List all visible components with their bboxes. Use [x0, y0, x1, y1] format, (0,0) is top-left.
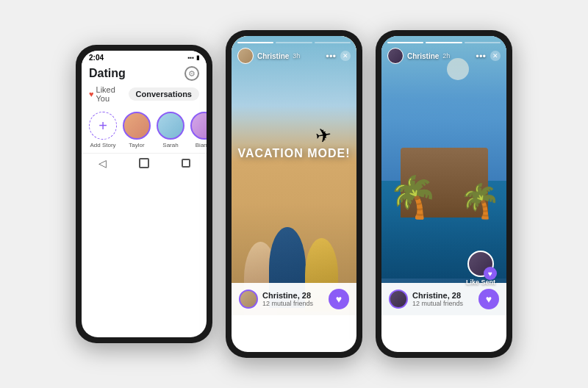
heart-icon: ♥ [89, 90, 94, 98]
bianca-label: Bianca [196, 142, 207, 148]
palm-right: 🌴 [459, 184, 501, 218]
prog-3 [465, 42, 501, 43]
close-button-3[interactable]: ✕ [490, 51, 501, 61]
more-icon-3[interactable]: ••• [476, 51, 486, 62]
gear-icon[interactable]: ⚙ [184, 66, 199, 81]
photo-overlay-2 [232, 36, 356, 315]
phone-3: 🌴 🌴 Christine 2h [376, 30, 512, 358]
story-bianca[interactable]: Bianca [190, 112, 207, 148]
bottom-mutual-3: 12 mutual friends [412, 300, 463, 307]
story-add[interactable]: + Add Story [89, 112, 117, 148]
status-bar-1: 2:04 ▪▪▪ ▮ [82, 51, 207, 63]
phone-nav-1: ◁ [82, 153, 207, 172]
bottom-info-2: Christine, 28 12 mutual friends [262, 291, 313, 307]
more-icon-2[interactable]: ••• [326, 51, 336, 62]
story-taylor[interactable]: Taylor [123, 112, 151, 148]
palm-left: 🌴 [388, 177, 439, 218]
phone-2: Christine 3h ••• ✕ VACATION MODE! ✈ Chr [226, 30, 362, 358]
sarah-label: Sarah [162, 142, 178, 148]
bottom-name-2: Christine, 28 [262, 291, 313, 300]
bottom-user-2: Christine, 28 12 mutual friends [239, 290, 313, 309]
signal-icon: ▪▪▪ [187, 54, 194, 61]
home-button[interactable] [138, 157, 150, 169]
back-button[interactable]: ◁ [96, 157, 108, 169]
story-username-2: Christine [257, 52, 289, 60]
beach-photo [232, 36, 356, 315]
add-story-label: Add Story [90, 142, 115, 148]
tab-liked-you[interactable]: ♥ Liked You [89, 85, 123, 103]
story-user-left-3: Christine 2h [387, 48, 450, 64]
progress-3 [315, 42, 351, 43]
vacation-text: VACATION MODE! [238, 147, 351, 160]
progress-1 [237, 42, 273, 43]
story-header-2: Christine 3h ••• ✕ [232, 36, 356, 67]
phone-1: 2:04 ▪▪▪ ▮ Dating ⚙ ♥ Liked You Conversa… [76, 45, 212, 343]
bottom-mutual-2: 12 mutual friends [262, 300, 313, 307]
add-story-button[interactable]: + [89, 112, 117, 140]
story-user-row-2: Christine 3h ••• ✕ [237, 48, 351, 64]
bottom-avatar-2 [239, 290, 258, 309]
tab-conversations[interactable]: Conversations [129, 87, 199, 101]
status-icons-1: ▪▪▪ ▮ [187, 54, 199, 61]
story-username-3: Christine [407, 52, 439, 60]
story-actions-2: ••• ✕ [326, 51, 351, 62]
story-time-2: 3h [293, 52, 300, 60]
stories-row: + Add Story Taylor Sarah Bianca [82, 107, 207, 153]
like-sent-heart-icon: ♥ [484, 267, 497, 280]
progress-2 [276, 42, 312, 43]
close-button-2[interactable]: ✕ [340, 51, 351, 61]
story-header-3: Christine 2h ••• ✕ [381, 36, 506, 67]
story-sarah[interactable]: Sarah [157, 112, 184, 148]
recents-button[interactable] [180, 157, 192, 169]
progress-bars-2 [237, 42, 351, 43]
story-actions-3: ••• ✕ [476, 51, 501, 62]
time-1: 2:04 [89, 54, 104, 62]
story-avatar-sm-2 [237, 48, 254, 64]
story-user-left-2: Christine 3h [237, 48, 300, 64]
sarah-avatar [157, 112, 184, 140]
bottom-info-3: Christine, 28 12 mutual friends [412, 291, 463, 307]
story-avatar-sm-3 [387, 48, 404, 64]
like-sent-avatar-container: ♥ [467, 251, 494, 277]
progress-bars-3 [387, 42, 501, 43]
story-screen-2: Christine 3h ••• ✕ VACATION MODE! ✈ Chr [232, 36, 356, 352]
like-button-3[interactable]: ♥ [478, 289, 499, 309]
prog-1 [387, 42, 423, 43]
dating-title: Dating [89, 67, 126, 80]
battery-icon: ▮ [196, 54, 199, 61]
bottom-user-3: Christine, 28 12 mutual friends [389, 290, 463, 309]
like-button-2[interactable]: ♥ [329, 289, 349, 309]
bottom-avatar-3 [389, 290, 408, 309]
bottom-name-3: Christine, 28 [412, 291, 463, 300]
story-bottom-2: Christine, 28 12 mutual friends ♥ [232, 283, 356, 315]
dating-header: Dating ⚙ [82, 63, 207, 85]
story-time-3: 2h [442, 52, 450, 60]
like-sent-badge: ♥ Like Sent [466, 251, 495, 286]
liked-you-label: Liked You [96, 85, 123, 103]
bianca-avatar [190, 112, 207, 140]
story-user-row-3: Christine 2h ••• ✕ [387, 48, 501, 64]
taylor-avatar [123, 112, 151, 140]
tabs-row: ♥ Liked You Conversations [82, 85, 207, 107]
prog-2 [426, 42, 462, 43]
story-bottom-3: Christine, 28 12 mutual friends ♥ [381, 283, 506, 315]
story-screen-3: 🌴 🌴 Christine 2h [381, 36, 506, 352]
taylor-label: Taylor [129, 142, 144, 148]
